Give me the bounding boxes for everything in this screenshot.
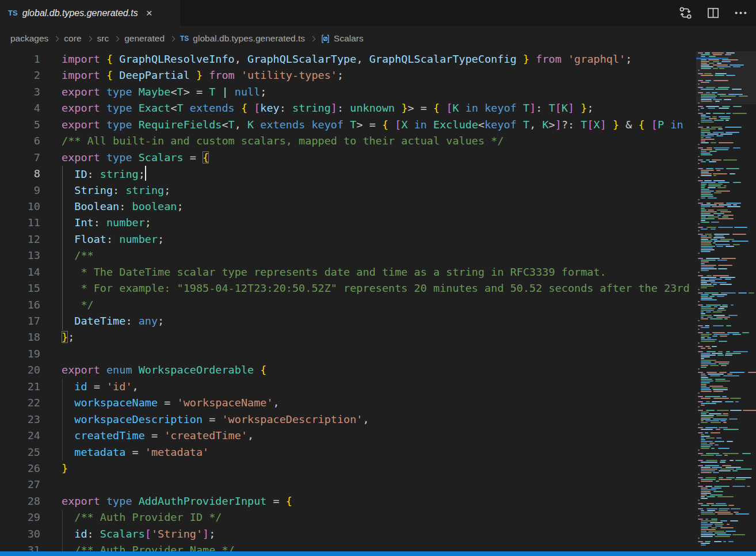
code-line[interactable]: 3export type Maybe<T> = T | null;	[0, 84, 696, 100]
minimap-line	[698, 541, 703, 542]
code-line[interactable]: 6/** All built-in and custom scalars, ma…	[0, 133, 696, 149]
breadcrumb-item-symbol[interactable]: Scalars	[334, 33, 364, 44]
tab-global-db-types-generated[interactable]: TS global.db.types.generated.ts ×	[0, 0, 180, 26]
minimap-line	[713, 398, 729, 399]
minimap-line	[713, 389, 728, 390]
token: :	[125, 315, 138, 327]
token: export	[62, 495, 100, 507]
code-line[interactable]: 16 */	[0, 297, 696, 313]
minimap-line	[733, 182, 740, 183]
code-line[interactable]: 24 createdTime = 'createdTime',	[0, 428, 696, 444]
chevron-right-icon	[86, 36, 92, 41]
line-number: 11	[0, 215, 40, 231]
breadcrumb-item-packages[interactable]: packages	[10, 33, 48, 44]
code-line[interactable]: 8 ID: string;	[0, 166, 696, 182]
code-area[interactable]: 1import { GraphQLResolveInfo, GraphQLSca…	[0, 51, 696, 551]
minimap-line	[714, 120, 724, 121]
minimap-line	[701, 513, 715, 515]
minimap-line	[711, 239, 717, 240]
minimap-line	[701, 336, 709, 337]
minimap-line	[719, 341, 728, 342]
minimap-line	[701, 140, 705, 142]
minimap-line	[698, 503, 703, 504]
open-changes-icon[interactable]	[678, 6, 693, 20]
minimap-line	[701, 418, 711, 420]
code-line[interactable]: 29 /** Auth Provider ID */	[0, 509, 696, 525]
minimap-line	[701, 491, 711, 492]
minimap-line	[716, 246, 723, 247]
minimap-line	[721, 258, 736, 259]
code-line[interactable]: 26}	[0, 460, 696, 477]
split-editor-icon[interactable]	[706, 6, 720, 20]
token: import	[62, 53, 100, 65]
code-line[interactable]: 7export type Scalars = {	[0, 150, 696, 166]
minimap-line	[735, 401, 739, 402]
code-line[interactable]: 5export type RequireFields<T, K extends …	[0, 117, 696, 133]
minimap-line	[720, 277, 735, 278]
token	[132, 364, 139, 376]
minimap[interactable]	[696, 51, 756, 551]
code-line[interactable]: 22 workspaceName = 'workspaceName',	[0, 395, 696, 411]
close-icon[interactable]: ×	[146, 7, 152, 18]
code-line[interactable]: 12 Float: number;	[0, 231, 696, 247]
minimap-line	[701, 154, 712, 155]
code-line[interactable]: 1import { GraphQLResolveInfo, GraphQLSca…	[0, 51, 696, 67]
code-line[interactable]: 11 Int: number;	[0, 215, 696, 231]
minimap-line	[701, 175, 712, 176]
token: id	[74, 528, 87, 540]
code-line[interactable]: 9 String: string;	[0, 182, 696, 199]
code-line[interactable]: 19	[0, 346, 696, 362]
code-line[interactable]: 28export type AddAuthProviderInput = {	[0, 493, 696, 509]
code-line[interactable]: 25 metadata = 'metadata'	[0, 444, 696, 460]
minimap-line	[732, 234, 746, 235]
code-line[interactable]: 31 /** Auth Provider Name */	[0, 542, 696, 551]
token: key	[260, 102, 279, 114]
code-line[interactable]: 10 Boolean: boolean;	[0, 199, 696, 215]
breadcrumb-item-generated[interactable]: generated	[124, 33, 165, 44]
code-line[interactable]: 4export type Exact<T extends { [key: str…	[0, 100, 696, 116]
code-line[interactable]: 14 * The DateTime scalar type represents…	[0, 264, 696, 280]
breadcrumb-item-core[interactable]: core	[64, 33, 81, 44]
minimap-line	[698, 346, 703, 347]
token: boolean	[132, 200, 177, 212]
token: 'workspaceName'	[177, 397, 273, 409]
token: }	[523, 53, 529, 65]
code-line[interactable]: 13 /**	[0, 247, 696, 264]
breadcrumb-item-file[interactable]: global.db.types.generated.ts	[193, 33, 305, 44]
code-line[interactable]: 2import { DeepPartial } from 'utility-ty…	[0, 67, 696, 83]
minimap-line	[707, 127, 709, 128]
more-actions-icon[interactable]	[734, 6, 748, 20]
minimap-line	[732, 470, 738, 471]
minimap-line	[707, 372, 717, 373]
code-line[interactable]: 20export enum WorkspaceOrderable {	[0, 362, 696, 378]
status-bar[interactable]	[0, 551, 756, 556]
code-line[interactable]: 18};	[0, 329, 696, 345]
minimap-line	[701, 444, 713, 445]
minimap-line	[701, 363, 716, 364]
breadcrumb-item-src[interactable]: src	[97, 33, 109, 44]
code-line[interactable]: 15 * For example: "1985-04-12T23:20:50.5…	[0, 280, 696, 296]
minimap-line	[701, 317, 704, 318]
minimap-line	[698, 289, 700, 290]
minimap-line	[701, 531, 707, 532]
code-line[interactable]: 23 workspaceDescription = 'workspaceDesc…	[0, 412, 696, 428]
code-line[interactable]: 17 DateTime: any;	[0, 313, 696, 329]
code-line[interactable]: 30 id: Scalars['String'];	[0, 526, 696, 542]
code-line[interactable]: 27	[0, 477, 696, 493]
token: ;	[164, 184, 170, 196]
editor-actions	[678, 0, 756, 26]
editor[interactable]: 1import { GraphQLResolveInfo, GraphQLSca…	[0, 51, 756, 551]
minimap-line	[701, 115, 706, 116]
token: |	[215, 86, 234, 98]
token: {	[241, 102, 247, 114]
code-line[interactable]: 21 id = 'id',	[0, 379, 696, 395]
token: from	[536, 53, 562, 65]
minimap-line	[706, 311, 711, 313]
code-text: * The DateTime scalar type represents da…	[40, 264, 606, 280]
token	[62, 282, 74, 294]
typescript-file-icon: TS	[180, 35, 189, 43]
line-number: 16	[0, 297, 40, 313]
minimap-line	[701, 488, 708, 489]
token	[62, 446, 74, 458]
token	[517, 102, 523, 114]
